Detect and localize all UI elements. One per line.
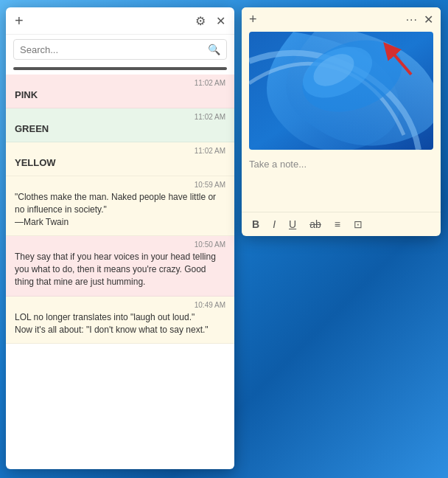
red-arrow: [374, 38, 419, 82]
note-image-container: [249, 32, 433, 150]
separator-bar: [13, 67, 227, 70]
panel-header-left: +: [15, 13, 24, 28]
note-open-add-button[interactable]: +: [249, 12, 257, 27]
note-open-header: + ··· ✕: [242, 7, 441, 32]
note-item-pink[interactable]: 11:02 AM PINK: [6, 75, 234, 108]
note-open-actions: ··· ✕: [406, 13, 433, 27]
note-placeholder[interactable]: Take a note...: [242, 156, 441, 212]
bold-button[interactable]: B: [249, 217, 262, 232]
search-input[interactable]: [20, 44, 208, 55]
image-button[interactable]: ⊡: [351, 217, 365, 232]
note-item-voices[interactable]: 10:50 AM They say that if you hear voice…: [6, 236, 234, 296]
search-bar[interactable]: 🔍: [13, 39, 227, 60]
strikethrough-button[interactable]: ab: [307, 217, 324, 232]
note-time: 11:02 AM: [15, 113, 225, 121]
note-body: LOL no longer translates into "laugh out…: [15, 311, 225, 336]
note-time: 10:49 AM: [15, 301, 225, 309]
notes-scroll: 11:02 AM PINK 11:02 AM GREEN 11:02 AM YE…: [6, 75, 234, 469]
settings-icon[interactable]: ⚙: [195, 14, 206, 28]
search-icon: 🔍: [208, 44, 220, 55]
note-open-panel: + ··· ✕: [242, 7, 441, 236]
note-time: 11:02 AM: [15, 147, 225, 155]
panel-header: + ⚙ ✕: [6, 7, 234, 35]
add-note-button[interactable]: +: [15, 13, 24, 28]
underline-button[interactable]: U: [286, 217, 299, 232]
note-body: They say that if you hear voices in your…: [15, 251, 225, 288]
note-body: "Clothes make the man. Naked people have…: [15, 191, 225, 228]
italic-button[interactable]: I: [270, 217, 279, 232]
note-time: 10:59 AM: [15, 181, 225, 189]
panel-header-right: ⚙ ✕: [195, 14, 225, 28]
svg-line-5: [389, 49, 411, 75]
notes-list-panel: + ⚙ ✕ 🔍 11:02 AM PINK 11:02 AM GREEN 11:…: [6, 7, 234, 469]
note-toolbar: B I U ab ≡ ⊡: [242, 212, 441, 236]
note-item-green[interactable]: 11:02 AM GREEN: [6, 108, 234, 142]
note-close-button[interactable]: ✕: [424, 13, 433, 27]
note-title: YELLOW: [15, 157, 225, 168]
note-time: 10:50 AM: [15, 240, 225, 249]
note-time: 11:02 AM: [15, 79, 225, 87]
note-item-lol[interactable]: 10:49 AM LOL no longer translates into "…: [6, 297, 234, 344]
note-title: GREEN: [15, 123, 225, 134]
close-icon[interactable]: ✕: [216, 14, 225, 28]
list-button[interactable]: ≡: [332, 217, 343, 232]
note-item-yellow[interactable]: 11:02 AM YELLOW: [6, 142, 234, 176]
note-item-twain[interactable]: 10:59 AM "Clothes make the man. Naked pe…: [6, 176, 234, 236]
note-menu-button[interactable]: ···: [406, 13, 418, 27]
note-title: PINK: [15, 89, 225, 100]
